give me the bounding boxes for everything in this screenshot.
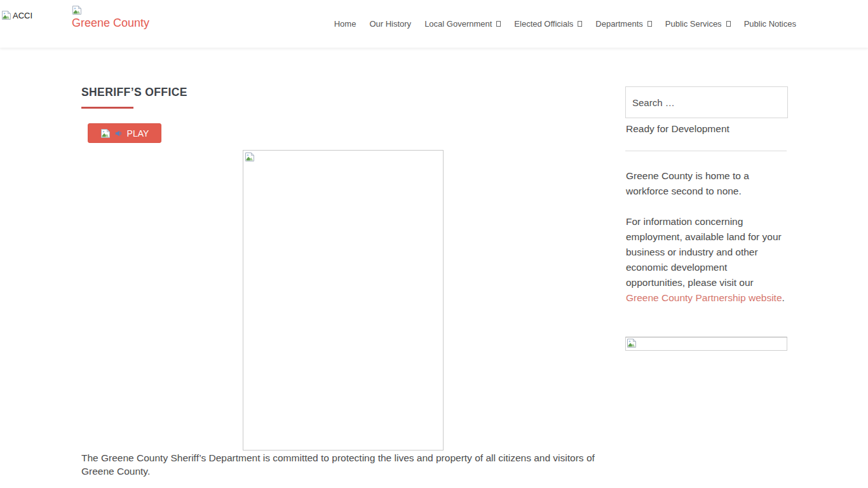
page-title: SHERIFF’S OFFICE	[81, 86, 187, 99]
title-underline	[81, 107, 133, 109]
acci-alt-text: ACCI	[13, 11, 32, 20]
nav-item-home[interactable]: Home	[334, 19, 356, 29]
nav-label: Local Government	[424, 19, 492, 29]
ready-for-development-label: Ready for Development	[626, 123, 729, 135]
play-button-label: PLAY	[127, 128, 149, 139]
search-box	[625, 86, 788, 118]
sidebar-paragraph-development: For information concerning employment, a…	[626, 214, 789, 306]
dropdown-indicator-icon	[578, 21, 582, 27]
page: ACCI Greene County Home Our History Loca…	[0, 0, 868, 488]
nav-label: Elected Officials	[514, 19, 573, 29]
logo-alt-text: Greene County	[72, 17, 167, 29]
broken-image-icon	[100, 128, 111, 139]
play-audio-button[interactable]: PLAY	[88, 123, 161, 143]
nav-label: Home	[334, 19, 356, 29]
nav-item-our-history[interactable]: Our History	[369, 19, 411, 29]
dropdown-indicator-icon	[726, 21, 731, 27]
nav-label: Public Notices	[744, 19, 796, 29]
sidebar-paragraph-workforce: Greene County is home to a workforce sec…	[626, 168, 787, 199]
nav-label: Public Services	[665, 19, 722, 29]
site-logo[interactable]: Greene County	[72, 5, 167, 29]
sheriff-description: The Greene County Sheriff’s Department i…	[81, 452, 609, 478]
dropdown-indicator-icon	[648, 21, 652, 27]
nav-item-public-services[interactable]: Public Services	[665, 19, 731, 29]
broken-image-icon	[72, 5, 82, 15]
main-nav: Home Our History Local Government Electe…	[334, 0, 796, 48]
broken-image-icon	[627, 338, 637, 348]
sidebar-broken-image	[625, 337, 787, 351]
broken-image-icon	[1, 10, 11, 20]
partnership-website-link[interactable]: Greene County Partnership website	[626, 292, 782, 303]
nav-item-public-notices[interactable]: Public Notices	[744, 19, 796, 29]
nav-item-departments[interactable]: Departments	[595, 19, 651, 29]
search-input[interactable]	[626, 87, 787, 118]
site-header: ACCI Greene County Home Our History Loca…	[0, 0, 868, 48]
sidebar-paragraph-suffix: .	[782, 292, 785, 303]
acci-broken-image[interactable]: ACCI	[1, 10, 32, 20]
sheriff-broken-image	[243, 150, 444, 451]
broken-image-icon	[245, 152, 255, 162]
nav-item-local-government[interactable]: Local Government	[424, 19, 501, 29]
nav-label: Departments	[595, 19, 642, 29]
speaker-icon	[114, 129, 123, 138]
sidebar-paragraph-prefix: For information concerning employment, a…	[626, 216, 782, 288]
nav-label: Our History	[369, 19, 411, 29]
nav-item-elected-officials[interactable]: Elected Officials	[514, 19, 582, 29]
sidebar-divider	[625, 151, 787, 151]
dropdown-indicator-icon	[496, 21, 501, 27]
